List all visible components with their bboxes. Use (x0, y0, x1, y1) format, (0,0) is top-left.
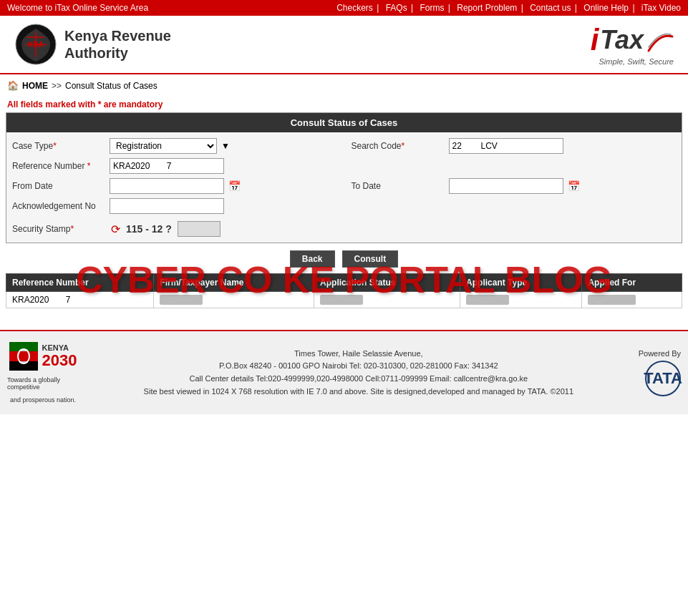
breadcrumb: 🏠 HOME >> Consult Status of Cases (0, 74, 688, 97)
footer-inner: KENYA 2030 Towards a globally competitiv… (7, 342, 681, 404)
col-firm-name: Firm/Taxpayer Name (154, 274, 314, 292)
to-date-calendar-icon[interactable]: 📅 (568, 180, 580, 192)
security-stamp-label: Security Stamp* (12, 224, 105, 234)
vision-sub2: and prosperous nation. (10, 396, 76, 404)
site-note: Site best viewed in 1024 X 768 resolutio… (86, 386, 631, 399)
to-date-row: To Date 📅 (352, 178, 677, 194)
itax-swoosh-icon (645, 26, 674, 54)
faqs-link[interactable]: FAQs (386, 3, 407, 13)
itax-logo: i Tax Simple, Swift, Secure (591, 23, 674, 66)
top-bar-links: Checkers | FAQs | Forms | Report Problem… (334, 3, 681, 13)
cell-applied-for (582, 292, 682, 308)
case-type-select[interactable]: Registration Amendment Appeal (110, 138, 217, 154)
security-stamp-input[interactable] (178, 221, 221, 237)
acknowledgement-label: Acknowledgement No (12, 201, 105, 211)
footer: KENYA 2030 Towards a globally competitiv… (0, 330, 688, 414)
search-code-label: Search Code* (352, 141, 445, 151)
consult-button[interactable]: Consult (342, 250, 399, 268)
welcome-text: Welcome to iTax Online Service Area (7, 3, 148, 13)
itax-video-link[interactable]: iTax Video (641, 3, 681, 13)
case-type-row: Case Type* Registration Amendment Appeal… (12, 138, 337, 154)
kra-name: Kenya Revenue Authority (64, 27, 171, 62)
svg-rect-3 (9, 351, 38, 361)
top-bar: Welcome to iTax Online Service Area Chec… (0, 0, 688, 16)
svg-rect-2 (9, 342, 38, 351)
online-help-link[interactable]: Online Help (583, 3, 629, 13)
cell-reference-number: KRA2020 7 (6, 292, 154, 308)
to-date-label: To Date (352, 181, 445, 191)
itax-tagline: Simple, Swift, Secure (591, 57, 674, 66)
case-type-label: Case Type* (12, 141, 105, 151)
address-line2: P.O.Box 48240 - 00100 GPO Nairobi Tel: 0… (86, 360, 631, 373)
checkers-link[interactable]: Checkers (336, 3, 373, 13)
report-problem-link[interactable]: Report Problem (457, 3, 517, 13)
kra-emblem-icon: KRA (14, 23, 57, 66)
table-row: KRA2020 7 (6, 292, 682, 308)
acknowledgement-row: Acknowledgement No (12, 198, 337, 214)
acknowledgement-input[interactable] (110, 198, 224, 214)
vision-sub1: Towards a globally competitive (7, 376, 79, 391)
back-button[interactable]: Back (290, 250, 335, 268)
kenya-emblem-icon (9, 342, 38, 371)
form-grid: Case Type* Registration Amendment Appeal… (6, 132, 682, 243)
breadcrumb-current: Consult Status of Cases (65, 81, 158, 91)
col-application-status: Application Status (314, 274, 460, 292)
itax-tax: Tax (600, 25, 644, 55)
from-date-row: From Date 📅 (12, 178, 337, 194)
reference-number-row: Reference Number * (12, 158, 337, 174)
main-content: Consult Status of Cases Case Type* Regis… (0, 112, 688, 316)
reference-number-label: Reference Number * (12, 161, 105, 171)
cell-application-status (314, 292, 460, 308)
contact-us-link[interactable]: Contact us (530, 3, 571, 13)
security-captcha-text: 115 - 12 ? (126, 223, 172, 235)
col-applied-for: Applied For (582, 274, 682, 292)
action-buttons: Back Consult (6, 250, 682, 268)
reference-number-input[interactable] (110, 158, 224, 174)
kenya-vision-logo: KENYA 2030 Towards a globally competitiv… (7, 342, 79, 404)
results-header-row: Reference Number Firm/Taxpayer Name Appl… (6, 274, 682, 292)
tata-logo: TATA (645, 361, 681, 396)
security-stamp-row: Security Stamp* ⟳ 115 - 12 ? (12, 218, 676, 237)
search-code-row: Search Code* (352, 138, 677, 154)
form-title: Consult Status of Cases (6, 113, 682, 132)
results-table-body: KRA2020 7 (6, 292, 682, 308)
refresh-captcha-icon[interactable]: ⟳ (111, 223, 120, 236)
col-applicant-type: Applicant Type (460, 274, 582, 292)
itax-i: i (591, 23, 599, 57)
powered-by-label: Powered By (639, 349, 681, 358)
vision-2030: 2030 (42, 352, 77, 369)
header: KRA Kenya Revenue Authority i Tax Simple… (0, 16, 688, 74)
address-line1: Times Tower, Haile Selassie Avenue, (86, 348, 631, 361)
from-date-input[interactable] (110, 178, 224, 194)
search-code-input[interactable] (449, 138, 563, 154)
callcenter-info: Call Center details Tel:020-4999999,020-… (86, 373, 631, 386)
form-wrapper: Consult Status of Cases Case Type* Regis… (6, 112, 682, 243)
kenya-logo-wrapper: KENYA 2030 (9, 342, 77, 371)
footer-address: Times Tower, Haile Selassie Avenue, P.O.… (86, 348, 631, 398)
from-date-calendar-icon[interactable]: 📅 (228, 180, 241, 192)
home-link[interactable]: HOME (22, 81, 48, 91)
results-table-header: Reference Number Firm/Taxpayer Name Appl… (6, 274, 682, 292)
kra-logo: KRA Kenya Revenue Authority (14, 23, 171, 66)
cell-firm-name (154, 292, 314, 308)
from-date-label: From Date (12, 181, 105, 191)
to-date-input[interactable] (449, 178, 563, 194)
kenya-vision-text: KENYA 2030 (42, 343, 77, 369)
col-reference-number: Reference Number (6, 274, 154, 292)
case-type-dropdown-icon: ▼ (221, 141, 230, 151)
forms-link[interactable]: Forms (420, 3, 444, 13)
svg-text:KRA: KRA (28, 41, 44, 49)
cell-applicant-type (460, 292, 582, 308)
results-table: Reference Number Firm/Taxpayer Name Appl… (6, 273, 682, 308)
mandatory-note: All fields marked with * are mandatory (0, 97, 688, 112)
home-icon: 🏠 (7, 80, 19, 91)
breadcrumb-separator: >> (52, 81, 62, 91)
svg-rect-4 (9, 361, 38, 371)
watermark-container: Back Consult CYBER CO KE PORTAL BLOG Ref… (6, 250, 682, 308)
footer-powered-by: Powered By TATA (639, 349, 681, 396)
